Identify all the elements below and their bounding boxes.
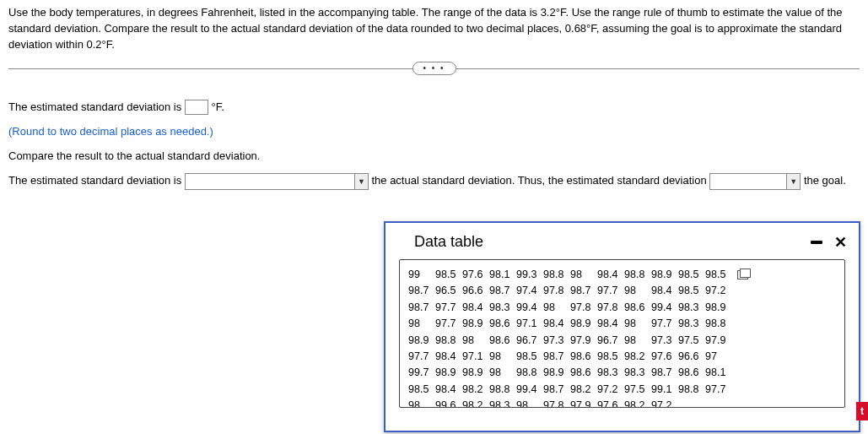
- table-cell: 98.5: [597, 349, 624, 365]
- rounding-hint: (Round to two decimal places as needed.): [8, 120, 860, 143]
- table-row: 98.797.798.498.399.49897.897.898.699.498…: [408, 300, 836, 316]
- table-cell: 98.8: [624, 267, 651, 283]
- q-part-4: F.: [106, 38, 115, 51]
- table-cell: 97.4: [516, 283, 543, 299]
- table-cell: 98.8: [678, 382, 705, 398]
- table-row: 99.798.998.99898.898.998.698.398.398.798…: [408, 365, 836, 381]
- table-cell: 97.7: [651, 316, 678, 332]
- chevron-down-icon[interactable]: ▼: [786, 174, 800, 189]
- table-cell: 98.3: [489, 300, 516, 316]
- table-cell: 98.5: [516, 349, 543, 365]
- modal-title: Data table: [414, 233, 483, 251]
- table-cell: 96.6: [462, 283, 489, 299]
- table-cell: 97.7: [408, 349, 435, 365]
- dropdown-field[interactable]: [710, 174, 786, 189]
- table-cell: 98: [624, 316, 651, 332]
- table-cell: 96.6: [678, 349, 705, 365]
- expand-pill[interactable]: • • •: [412, 62, 456, 75]
- table-row: 9899.698.298.39897.897.997.698.297.2: [408, 398, 836, 408]
- table-cell: 98.8: [516, 365, 543, 381]
- comparison-dropdown[interactable]: ▼: [185, 173, 369, 190]
- table-cell: 98.9: [543, 365, 570, 381]
- table-cell: 96.7: [516, 333, 543, 349]
- table-cell: 97.1: [462, 349, 489, 365]
- table-row: 9897.798.998.697.198.498.998.49897.798.3…: [408, 316, 836, 332]
- table-cell: 99.4: [516, 300, 543, 316]
- table-cell: 98.9: [462, 365, 489, 381]
- table-row: 9998.597.698.199.398.89898.498.898.998.5…: [408, 267, 836, 283]
- table-cell: 98: [570, 267, 597, 283]
- table-cell: 98.7: [489, 283, 516, 299]
- table-cell: 97.5: [678, 333, 705, 349]
- table-row: 98.796.596.698.797.497.898.797.79898.498…: [408, 283, 836, 299]
- answer-line-3: The estimated standard deviation is ▼ th…: [8, 169, 860, 192]
- table-cell: 98.9: [435, 365, 462, 381]
- table-cell: 97.8: [543, 283, 570, 299]
- table-cell: 97.2: [705, 283, 732, 299]
- table-cell: 99.3: [516, 267, 543, 283]
- compare-instruction: Compare the result to the actual standar…: [8, 144, 860, 167]
- table-row: 98.998.89898.696.797.397.996.79897.397.5…: [408, 333, 836, 349]
- table-cell: 98.4: [435, 349, 462, 365]
- table-cell: 99.7: [408, 365, 435, 381]
- table-cell: 98.9: [651, 267, 678, 283]
- copy-icon[interactable]: [737, 270, 748, 279]
- table-cell: 98.4: [435, 382, 462, 398]
- table-cell: 97.7: [435, 316, 462, 332]
- table-cell: 98.5: [705, 267, 732, 283]
- table-cell: 98.9: [408, 333, 435, 349]
- table-cell: 98.7: [651, 365, 678, 381]
- table-cell: 98.1: [489, 267, 516, 283]
- table-cell: 98.8: [543, 267, 570, 283]
- table-cell: 98.5: [408, 382, 435, 398]
- table-cell: 98.8: [705, 316, 732, 332]
- table-row: 97.798.497.19898.598.798.698.598.297.696…: [408, 349, 836, 365]
- std-dev-input[interactable]: [185, 100, 208, 115]
- chevron-down-icon[interactable]: ▼: [354, 174, 368, 189]
- table-cell: 98.3: [489, 398, 516, 408]
- table-cell: 98.7: [408, 300, 435, 316]
- table-cell: 97.6: [651, 349, 678, 365]
- answer-1-suffix: F.: [216, 100, 224, 113]
- table-cell: 98.2: [570, 382, 597, 398]
- table-cell: 98.6: [489, 316, 516, 332]
- table-cell: 99.1: [651, 382, 678, 398]
- close-icon[interactable]: ✕: [834, 235, 847, 250]
- goal-dropdown[interactable]: ▼: [709, 173, 801, 190]
- table-cell: 98.7: [570, 283, 597, 299]
- table-cell: 97.8: [543, 398, 570, 408]
- table-cell: 98.5: [678, 267, 705, 283]
- answer-line-1: The estimated standard deviation is °F.: [8, 95, 860, 118]
- table-cell: 99.4: [651, 300, 678, 316]
- minimize-icon[interactable]: [811, 241, 822, 244]
- data-table-modal: Data table ✕ 9998.597.698.199.398.89898.…: [384, 221, 860, 432]
- table-row: 98.598.498.298.899.498.798.297.297.599.1…: [408, 382, 836, 398]
- table-cell: 97.8: [597, 300, 624, 316]
- modal-header: Data table ✕: [385, 223, 859, 259]
- dropdown-field[interactable]: [186, 174, 354, 189]
- table-cell: 97.2: [651, 398, 678, 408]
- table-cell: 97.9: [570, 333, 597, 349]
- table-cell: 97.2: [597, 382, 624, 398]
- table-cell: 98.9: [570, 316, 597, 332]
- table-cell: 97.9: [705, 333, 732, 349]
- table-cell: 97.1: [516, 316, 543, 332]
- table-cell: 98.4: [651, 283, 678, 299]
- table-cell: 98.6: [570, 349, 597, 365]
- table-cell: 98.1: [705, 365, 732, 381]
- table-cell: 98.8: [435, 333, 462, 349]
- table-cell: 98: [408, 316, 435, 332]
- answer-3-suffix: the goal.: [801, 174, 846, 187]
- table-cell: 98.9: [705, 300, 732, 316]
- table-cell: 98.6: [624, 300, 651, 316]
- table-cell: 98.7: [408, 283, 435, 299]
- table-cell: 98: [543, 300, 570, 316]
- table-cell: 97.7: [597, 283, 624, 299]
- table-cell: 97.7: [435, 300, 462, 316]
- data-table: 9998.597.698.199.398.89898.498.898.998.5…: [399, 259, 845, 408]
- table-cell: 98.2: [624, 349, 651, 365]
- table-cell: 98.3: [678, 300, 705, 316]
- side-tab[interactable]: t: [856, 402, 868, 420]
- table-cell: 97: [705, 349, 732, 365]
- q-part-1: Use the body temperatures, in degrees Fa…: [8, 6, 556, 19]
